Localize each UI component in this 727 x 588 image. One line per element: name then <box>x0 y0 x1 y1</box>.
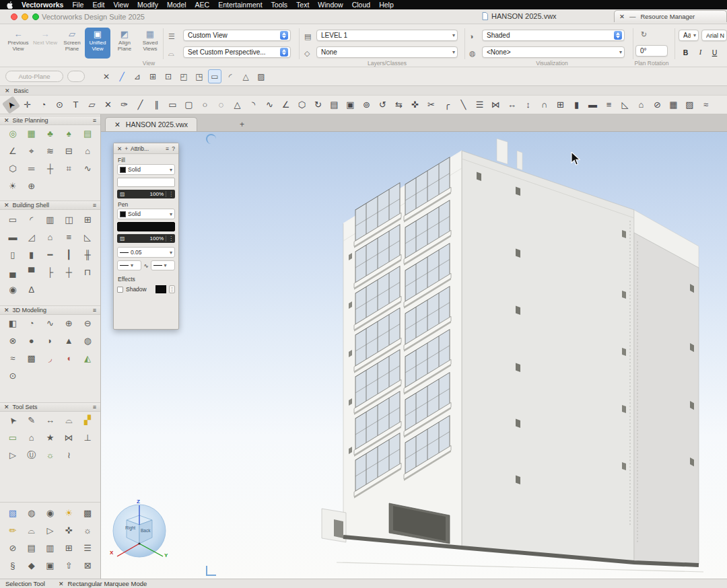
rigging-toolset-icon[interactable]: ⊥ <box>80 431 95 445</box>
freehand-tool[interactable]: ∿ <box>263 98 276 112</box>
rectangle-tool[interactable]: ▭ <box>166 98 179 112</box>
polygon-tool[interactable]: ⬡ <box>296 98 308 112</box>
oval-tool[interactable]: ◌ <box>215 98 228 112</box>
cable-tools-toolset-icon[interactable]: ≀ <box>61 448 76 463</box>
floor-tool[interactable]: ▄ <box>5 265 20 280</box>
component-join-tool[interactable]: ┼ <box>61 265 76 280</box>
fill-style-dropdown[interactable]: Solid ▾ <box>117 164 175 175</box>
rounded-rectangle-tool[interactable]: ▢ <box>182 98 195 112</box>
site-model-tool[interactable]: ◎ <box>5 126 20 141</box>
apple-menu-icon[interactable] <box>7 1 13 9</box>
building-shell-toolset-icon[interactable]: ⌂ <box>24 431 39 445</box>
menu-view[interactable]: View <box>113 1 129 9</box>
wall-join-tool[interactable]: ├ <box>42 265 57 280</box>
rectangular-marquee-icon[interactable]: ▭ <box>208 69 221 83</box>
spotlight-toolset-icon[interactable]: ★ <box>42 431 57 445</box>
arch-tool[interactable]: ∩ <box>538 98 551 112</box>
heliodon-tool[interactable]: ▧ <box>5 506 20 521</box>
minimize-window-button[interactable] <box>22 13 28 20</box>
intersect-solids-tool[interactable]: ⊗ <box>5 334 20 348</box>
plugin-tool[interactable]: ◆ <box>24 558 39 573</box>
window-tool[interactable]: ⊞ <box>80 213 95 227</box>
dims-notes-toolset-icon[interactable]: ↔ <box>42 413 57 428</box>
help-icon[interactable]: ? <box>172 145 175 152</box>
roof-face-tool[interactable]: ◿ <box>24 230 39 245</box>
resource-tool[interactable]: ▣ <box>42 558 57 573</box>
column-tool[interactable]: ▮ <box>570 98 583 112</box>
wall-tool[interactable]: ▤ <box>328 98 341 112</box>
cone-tool[interactable]: ▲ <box>61 334 76 348</box>
irrigation-tool[interactable]: ∿ <box>80 161 95 176</box>
sun-study-tool[interactable]: ☼ <box>80 523 95 538</box>
fillet-tool[interactable]: ╭ <box>441 98 454 112</box>
push-pull-icon[interactable]: ◳ <box>193 69 206 83</box>
fill-opacity-slider[interactable]: ▨ 100% ⋮ <box>117 190 175 198</box>
script-tool[interactable]: § <box>5 558 20 573</box>
close-icon[interactable]: ✕ <box>117 145 122 152</box>
render-background-dropdown[interactable]: <None> ▾ <box>482 46 625 58</box>
vertical-dimension-tool[interactable]: ↕ <box>522 98 534 112</box>
align-plane-button[interactable]: ◩ Align Plane <box>112 28 137 59</box>
deform-tool[interactable]: ≈ <box>699 98 712 112</box>
subtract-solids-tool[interactable]: ⊖ <box>80 316 95 331</box>
text-tool[interactable]: T <box>69 98 82 112</box>
fillet-edge-tool[interactable]: ◞ <box>42 351 57 366</box>
join-tool[interactable]: ⋈ <box>489 98 502 112</box>
settings-tool[interactable]: ⊠ <box>80 558 95 573</box>
schedule-tool[interactable]: ▥ <box>42 541 57 556</box>
menu-icon[interactable]: ≡ <box>166 145 169 152</box>
section-viewport-tool[interactable]: ⊘ <box>5 541 20 556</box>
event-design-toolset-icon[interactable]: Ⓤ <box>24 448 39 463</box>
screen-plane-button[interactable]: ▱ Screen Plane <box>59 28 85 59</box>
ceiling-grid-tool[interactable]: ▀ <box>24 265 39 280</box>
roof-tool[interactable]: ⌂ <box>635 98 648 112</box>
menu-icon[interactable]: ≡ <box>93 117 96 124</box>
cylinder-tool[interactable]: ◍ <box>80 334 95 348</box>
eyedropper-tool[interactable]: ✑ <box>118 98 131 112</box>
text-style-button[interactable]: Aa ▾ <box>679 30 699 41</box>
round-window-tool[interactable]: ◉ <box>5 283 20 297</box>
texture-bucket-tool[interactable]: ◍ <box>24 506 39 521</box>
fit-walls-to-roof-tool[interactable]: ⊓ <box>80 265 95 280</box>
underline-button[interactable]: U <box>709 46 720 58</box>
plane-edit-icon[interactable]: ╱ <box>115 69 129 83</box>
unified-view-button[interactable]: ▣ Unified View <box>85 28 110 59</box>
joist-tool[interactable]: ┃ <box>61 248 76 262</box>
ramp-tool[interactable]: ◺ <box>619 98 631 112</box>
dormer-tool[interactable]: ∆ <box>24 283 39 297</box>
render-mode-dropdown[interactable]: Shaded <box>482 30 625 41</box>
zoom-window-button[interactable] <box>32 13 39 20</box>
zoom-tool[interactable]: ⊙ <box>53 98 66 112</box>
line-weight-dropdown[interactable]: 0.05 ▾ <box>117 247 175 258</box>
massing-model-tool[interactable]: ⌂ <box>80 144 95 159</box>
shadow-menu-icon[interactable]: ⋮ <box>169 285 175 293</box>
delete-vertex-tool[interactable]: ✕ <box>102 98 114 112</box>
close-icon[interactable]: ✕ <box>5 87 10 94</box>
menu-model[interactable]: Model <box>167 1 186 9</box>
pan-tool[interactable]: ✛ <box>21 98 34 112</box>
bold-button[interactable]: B <box>680 46 691 58</box>
video-toolset-icon[interactable]: ▷ <box>5 448 20 463</box>
hardscape-tool[interactable]: ▤ <box>80 126 95 141</box>
roof-tool[interactable]: ⌂ <box>42 230 57 245</box>
selection-tool[interactable]: ➤ <box>2 96 20 114</box>
mesh-tool[interactable]: ▩ <box>24 351 39 366</box>
framing-member-tool[interactable]: ╫ <box>80 248 95 262</box>
view-preset-dropdown[interactable]: Custom View <box>183 30 291 41</box>
menu-aec[interactable]: AEC <box>195 1 210 9</box>
magnify-tool[interactable]: ⊙ <box>5 369 20 383</box>
circle-tool[interactable]: ○ <box>199 98 211 112</box>
menu-icon[interactable]: ≡ <box>93 404 96 410</box>
collapse-icon[interactable]: — <box>629 13 636 20</box>
perspective-icon[interactable]: ⌓ <box>168 49 174 58</box>
camera-tool[interactable]: ◉ <box>42 506 57 521</box>
render-background-icon[interactable]: ◍ <box>469 49 476 58</box>
dimension-tool[interactable]: ↔ <box>506 98 518 112</box>
scale-mode-icon[interactable]: ◰ <box>177 69 191 83</box>
section-tool[interactable]: ⊘ <box>651 98 664 112</box>
resource-manager-palette[interactable]: ✕ — Resource Manager <box>614 10 727 22</box>
line-tool[interactable]: ╱ <box>134 98 147 112</box>
lasso-marquee-icon[interactable]: ◜ <box>223 69 237 83</box>
slab-tool[interactable]: ▬ <box>586 98 599 112</box>
stair-tool[interactable]: ≡ <box>61 230 76 245</box>
